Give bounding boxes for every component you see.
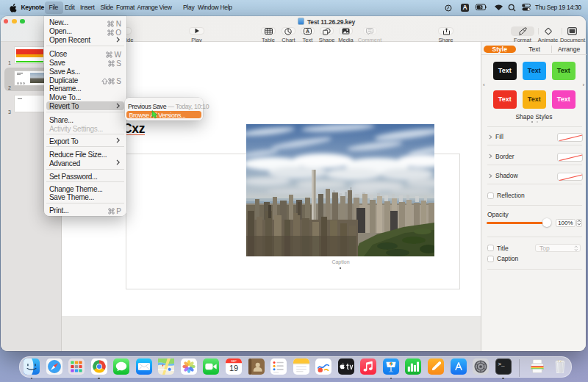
svg-text:>_: >_ bbox=[498, 361, 505, 367]
svg-text:19: 19 bbox=[229, 364, 238, 372]
svg-text:SEP: SEP bbox=[231, 360, 237, 363]
svg-text:A: A bbox=[306, 29, 309, 34]
